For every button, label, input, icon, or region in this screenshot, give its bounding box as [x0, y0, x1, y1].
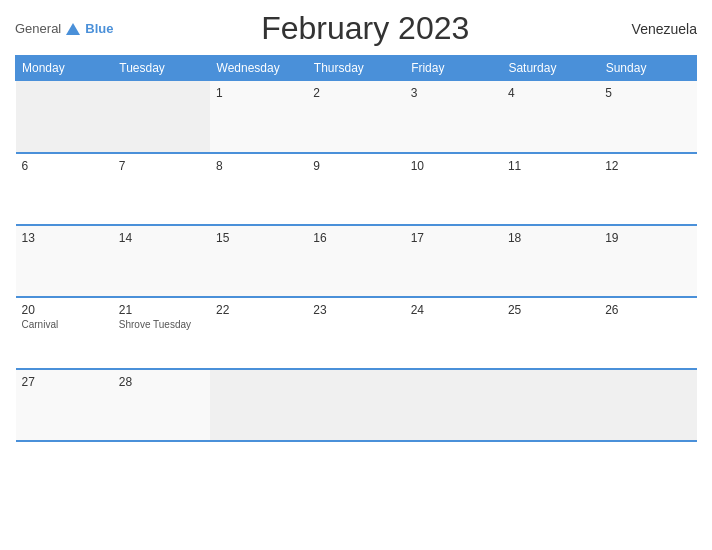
day-number: 26: [605, 303, 690, 317]
day-cell-3-7: 19: [599, 225, 696, 297]
header-wednesday: Wednesday: [210, 56, 307, 81]
day-number: 3: [411, 86, 496, 100]
logo-blue-text: Blue: [85, 21, 113, 36]
day-cell-2-4: 9: [307, 153, 404, 225]
day-cell-4-7: 26: [599, 297, 696, 369]
day-number: 16: [313, 231, 398, 245]
logo-triangle-icon: [66, 23, 80, 35]
day-cell-2-2: 7: [113, 153, 210, 225]
logo-general-text: General: [15, 21, 61, 36]
day-cell-3-1: 13: [16, 225, 113, 297]
week-row-3: 13141516171819: [16, 225, 697, 297]
day-cell-4-2: 21Shrove Tuesday: [113, 297, 210, 369]
week-row-4: 20Carnival21Shrove Tuesday2223242526: [16, 297, 697, 369]
day-number: 22: [216, 303, 301, 317]
day-number: 17: [411, 231, 496, 245]
day-event: Carnival: [22, 319, 107, 330]
day-cell-3-6: 18: [502, 225, 599, 297]
day-cell-4-1: 20Carnival: [16, 297, 113, 369]
day-number: 19: [605, 231, 690, 245]
day-cell-1-4: 2: [307, 81, 404, 153]
day-cell-1-5: 3: [405, 81, 502, 153]
day-number: 28: [119, 375, 204, 389]
day-cell-3-4: 16: [307, 225, 404, 297]
weekday-header-row: Monday Tuesday Wednesday Thursday Friday…: [16, 56, 697, 81]
day-number: 12: [605, 159, 690, 173]
day-number: 25: [508, 303, 593, 317]
day-cell-1-1: [16, 81, 113, 153]
day-cell-3-2: 14: [113, 225, 210, 297]
day-cell-5-6: [502, 369, 599, 441]
header-monday: Monday: [16, 56, 113, 81]
day-cell-4-6: 25: [502, 297, 599, 369]
day-number: 11: [508, 159, 593, 173]
day-cell-1-6: 4: [502, 81, 599, 153]
day-number: 6: [22, 159, 107, 173]
day-number: 9: [313, 159, 398, 173]
day-cell-5-7: [599, 369, 696, 441]
day-cell-4-3: 22: [210, 297, 307, 369]
day-number: 8: [216, 159, 301, 173]
day-cell-1-2: [113, 81, 210, 153]
day-number: 2: [313, 86, 398, 100]
week-row-2: 6789101112: [16, 153, 697, 225]
calendar-title: February 2023: [113, 10, 617, 47]
calendar-header: General Blue February 2023 Venezuela: [15, 10, 697, 47]
day-number: 20: [22, 303, 107, 317]
day-cell-1-7: 5: [599, 81, 696, 153]
header-sunday: Sunday: [599, 56, 696, 81]
day-cell-5-2: 28: [113, 369, 210, 441]
header-saturday: Saturday: [502, 56, 599, 81]
day-number: 21: [119, 303, 204, 317]
header-friday: Friday: [405, 56, 502, 81]
week-row-5: 2728: [16, 369, 697, 441]
day-cell-3-3: 15: [210, 225, 307, 297]
day-cell-4-4: 23: [307, 297, 404, 369]
day-number: 14: [119, 231, 204, 245]
day-cell-2-1: 6: [16, 153, 113, 225]
day-cell-2-7: 12: [599, 153, 696, 225]
day-number: 10: [411, 159, 496, 173]
day-cell-2-3: 8: [210, 153, 307, 225]
header-tuesday: Tuesday: [113, 56, 210, 81]
day-cell-5-4: [307, 369, 404, 441]
day-number: 15: [216, 231, 301, 245]
day-cell-4-5: 24: [405, 297, 502, 369]
calendar-table: Monday Tuesday Wednesday Thursday Friday…: [15, 55, 697, 442]
day-cell-2-6: 11: [502, 153, 599, 225]
day-cell-5-3: [210, 369, 307, 441]
header-thursday: Thursday: [307, 56, 404, 81]
week-row-1: 12345: [16, 81, 697, 153]
day-cell-2-5: 10: [405, 153, 502, 225]
day-number: 18: [508, 231, 593, 245]
day-number: 23: [313, 303, 398, 317]
day-event: Shrove Tuesday: [119, 319, 204, 330]
day-number: 27: [22, 375, 107, 389]
calendar-page: General Blue February 2023 Venezuela Mon…: [0, 0, 712, 550]
day-cell-5-5: [405, 369, 502, 441]
day-number: 7: [119, 159, 204, 173]
day-cell-1-3: 1: [210, 81, 307, 153]
day-number: 13: [22, 231, 107, 245]
day-number: 24: [411, 303, 496, 317]
country-label: Venezuela: [617, 21, 697, 37]
logo: General Blue: [15, 21, 113, 36]
day-cell-5-1: 27: [16, 369, 113, 441]
day-number: 1: [216, 86, 301, 100]
day-number: 4: [508, 86, 593, 100]
day-cell-3-5: 17: [405, 225, 502, 297]
day-number: 5: [605, 86, 690, 100]
